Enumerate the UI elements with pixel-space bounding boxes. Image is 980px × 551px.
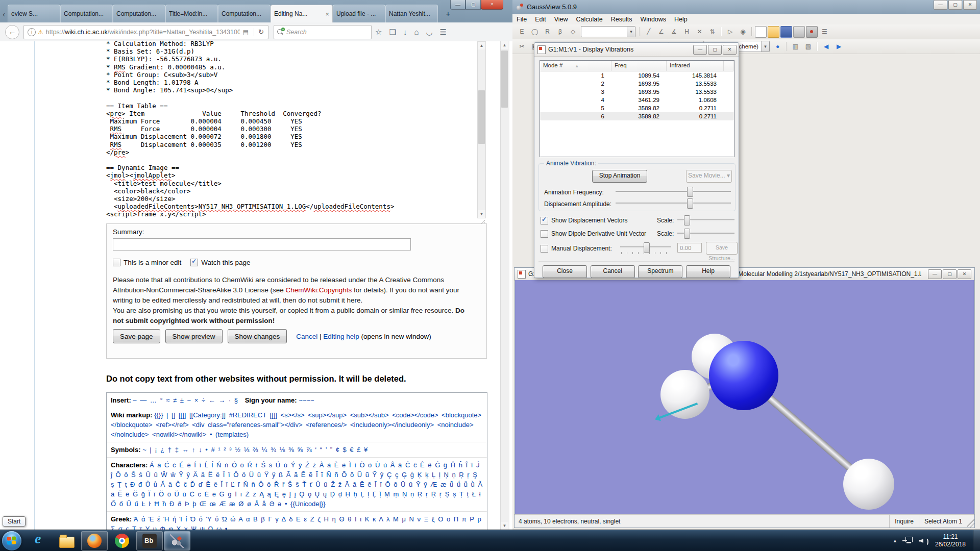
explorer-taskbar-button[interactable] (54, 531, 80, 550)
dialog-titlebar[interactable]: G1:M1:V1 - Display Vibrations — ▢ ✕ (534, 43, 739, 57)
invert-icon[interactable]: ⇅ (706, 26, 718, 38)
charinsert-links[interactable]: Á á Ć ć É é Í í Ĺ ĺ Ń ń Ó ó Ŕ ŕ Ś ś Ú ú … (111, 461, 482, 508)
rgroup-fragment-icon[interactable]: R (542, 26, 553, 38)
tray-expand-icon[interactable]: ▲ (893, 538, 897, 543)
help-button[interactable]: Help (686, 265, 730, 278)
manual-displacement-checkbox[interactable] (541, 245, 548, 253)
show-displacement-vectors-checkbox[interactable] (541, 217, 548, 224)
show-preview-button[interactable]: Show preview (165, 329, 223, 343)
home-icon[interactable]: ⌂ (414, 28, 419, 36)
reload-icon[interactable]: ↻ (254, 28, 264, 36)
element-fragment-icon[interactable]: E (516, 26, 528, 38)
vibration-row[interactable]: 31693.9513.5533 (540, 88, 734, 96)
save-page-button[interactable]: Save page (113, 329, 160, 343)
scroll-up-icon[interactable]: ▲ (501, 41, 508, 49)
vector-scale-slider[interactable] (677, 215, 734, 225)
new-tab-button[interactable]: + (442, 8, 454, 19)
minimize-button[interactable]: — (450, 0, 465, 10)
pocket-icon[interactable]: ◡ (426, 28, 432, 37)
save-movie-button[interactable]: Save Movie... ▾ (686, 170, 732, 183)
scroll-up-icon[interactable]: ▲ (478, 42, 485, 49)
editing-help-link[interactable]: Editing help (323, 333, 359, 340)
new-file-icon[interactable] (755, 26, 767, 38)
forward-icon[interactable]: ▶ (833, 41, 845, 53)
view-table-icon[interactable]: ▥ (790, 41, 801, 53)
add-valence-icon[interactable]: H (681, 26, 693, 38)
scrollbar-thumb[interactable] (501, 51, 508, 108)
inquire-button[interactable]: Inquire (889, 515, 919, 528)
animation-frequency-slider[interactable] (616, 186, 731, 196)
chevron-down-icon[interactable]: ▾ (627, 27, 635, 37)
back-icon[interactable]: ◀ (820, 41, 832, 53)
vibration-row[interactable]: 21693.9513.5533 (540, 80, 734, 88)
capture-icon[interactable] (806, 26, 818, 38)
page-scrollbar[interactable]: ▲ ▼ (500, 41, 509, 530)
close-button[interactable]: × (481, 0, 503, 10)
tab-scroll-left-icon[interactable]: ‹ (0, 7, 8, 21)
biological-fragment-icon[interactable]: β (554, 26, 566, 38)
minimize-button[interactable]: — (693, 45, 707, 55)
scroll-down-icon[interactable]: ▼ (501, 522, 508, 530)
network-icon[interactable] (903, 537, 913, 545)
scroll-down-icon[interactable]: ▼ (478, 210, 485, 218)
select-atom-status[interactable]: Select Atom 1 (919, 515, 967, 528)
menu-edit[interactable]: Edit (531, 16, 550, 23)
charinsert-links[interactable]: Ά ά Έ έ Ή ή Ί ί Ό ό Ύ ύ Ώ ώ Α α Β β Γ γ … (111, 515, 481, 530)
select-tool-icon[interactable]: ▷ (724, 26, 736, 38)
summary-input[interactable] (113, 238, 411, 251)
bookmark-star-icon[interactable]: ☆ (375, 28, 382, 37)
spectrum-button[interactable]: Spectrum (638, 265, 682, 278)
browser-tab[interactable]: Nattan Yeshit... (385, 5, 438, 22)
menu-icon[interactable]: ☰ (440, 28, 447, 37)
show-changes-button[interactable]: Show changes (228, 329, 287, 343)
view-options-icon[interactable]: ▧ (802, 41, 814, 53)
pages-icon[interactable]: ❏ (389, 28, 396, 37)
vibration-row[interactable]: 63589.820.2711 (540, 112, 734, 120)
close-dialog-button[interactable]: Close (543, 265, 587, 278)
menu-view[interactable]: View (550, 16, 572, 23)
show-dipole-checkbox[interactable] (541, 230, 548, 238)
menu-windows[interactable]: Windows (636, 16, 670, 23)
search-input[interactable]: + Search (274, 25, 372, 39)
ring-fragment-icon[interactable]: ◯ (529, 26, 541, 38)
vibration-row[interactable]: 43461.291.0608 (540, 96, 734, 104)
chevron-down-icon[interactable]: ▾ (761, 41, 769, 52)
element-select[interactable]: ▾ (581, 26, 635, 37)
hydrogen-atom-3[interactable] (843, 459, 894, 510)
browser-tab[interactable]: Computation... (218, 5, 271, 22)
dihedral-tool-icon[interactable]: ∡ (668, 26, 680, 38)
start-button[interactable] (2, 531, 21, 550)
browser-tab[interactable]: eview S... (8, 5, 60, 22)
charinsert-links[interactable]: {{}} | [] [[]] [[Category:]] #REDIRECT [… (111, 411, 481, 438)
copyrights-link[interactable]: ChemWiki:Copyrights (285, 286, 352, 294)
close-button[interactable]: ✕ (958, 269, 971, 279)
download-icon[interactable]: ↓ (403, 28, 407, 36)
stop-animation-button[interactable]: Stop Animation (592, 170, 647, 183)
taskbar-clock[interactable]: 11:21 26/02/2018 (935, 533, 966, 548)
firefox-taskbar-button[interactable] (81, 531, 108, 550)
volume-icon[interactable] (919, 537, 927, 545)
cancel-link[interactable]: Cancel (296, 333, 317, 340)
manual-displacement-value[interactable]: 0.00 (677, 243, 702, 253)
dipole-scale-slider[interactable] (677, 228, 734, 238)
url-bar[interactable]: i ⚠ https://wiki.ch.ic.ac.uk/wiki/index.… (23, 25, 268, 39)
resize-grip[interactable] (967, 515, 974, 528)
custom-fragment-icon[interactable]: ◇ (567, 26, 579, 38)
vibration-row[interactable]: 11089.54145.3814 (540, 71, 734, 80)
bond-tool-icon[interactable]: ╱ (643, 26, 654, 38)
browser-tab[interactable]: Editing Na...× (271, 5, 333, 22)
vibration-row[interactable]: 53589.820.2711 (540, 104, 734, 112)
close-button[interactable]: ✕ (723, 45, 737, 55)
displacement-amplitude-slider[interactable] (616, 198, 731, 208)
open-file-icon[interactable] (768, 26, 779, 38)
url-text[interactable]: https://wiki.ch.ic.ac.uk/wiki/index.php?… (46, 29, 240, 36)
menu-file[interactable]: File (512, 16, 531, 23)
delete-atom-icon[interactable]: ✕ (694, 26, 705, 38)
wiki-editor[interactable]: * Calculation Method: RB3LYP * Basis Set… (106, 41, 477, 218)
scrollbar-thumb[interactable] (478, 90, 485, 144)
close-button[interactable]: ✕ (963, 0, 977, 10)
tab-close-icon[interactable]: × (325, 10, 329, 18)
hydrogen-atom-2[interactable] (660, 370, 709, 419)
sign-name-link[interactable]: ~~~~ (299, 396, 314, 404)
show-desktop-button[interactable] (973, 530, 980, 551)
